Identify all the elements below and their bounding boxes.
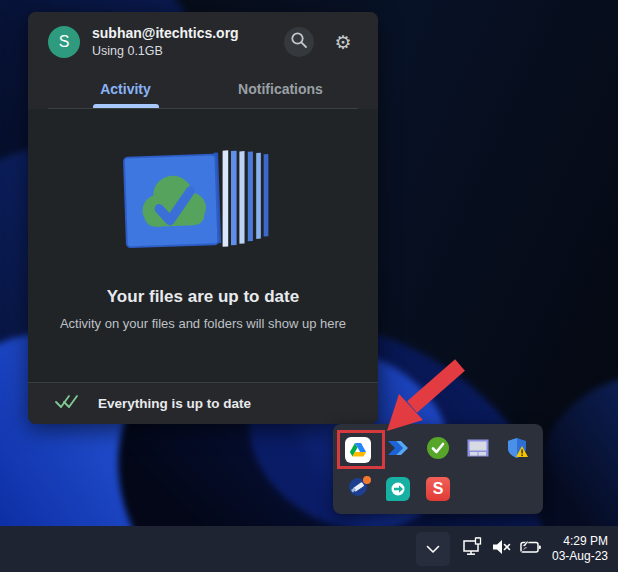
pen-tool-tray-icon[interactable]: [340, 472, 376, 506]
google-drive-popup: S subhan@itechtics.org Using 0.1GB ⚙: [28, 12, 378, 424]
account-row: S subhan@itechtics.org Using 0.1GB ⚙: [48, 25, 358, 59]
storage-usage: Using 0.1GB: [92, 44, 239, 60]
green-check-icon: [426, 436, 450, 464]
s-app-tray-icon[interactable]: S: [420, 472, 456, 506]
empty-state-title: Your files are up to date: [107, 287, 299, 307]
clock-date: 03-Aug-23: [552, 549, 608, 564]
clock-time: 4:29 PM: [552, 534, 608, 549]
tab-notifications[interactable]: Notifications: [203, 69, 358, 108]
files-synced-illustration: [105, 127, 301, 277]
double-check-icon: [54, 393, 80, 414]
search-icon: [290, 31, 308, 53]
security-shield-tray-icon[interactable]: [500, 433, 536, 467]
notification-badge-dot: [363, 476, 371, 484]
tray-overflow-popup: S: [333, 424, 543, 514]
power-automate-icon: [387, 439, 409, 461]
google-drive-tray-icon[interactable]: [340, 433, 376, 467]
battery-charging-icon: [518, 538, 542, 560]
power-automate-tray-icon[interactable]: [380, 433, 416, 467]
tab-activity-label: Activity: [100, 81, 151, 97]
search-button[interactable]: [284, 27, 314, 57]
drive-header: S subhan@itechtics.org Using 0.1GB ⚙: [28, 12, 378, 109]
drive-footer: Everything is up to date: [28, 382, 378, 424]
remote-support-icon: [386, 477, 410, 501]
shield-warning-icon: [506, 437, 530, 463]
account-text: subhan@itechtics.org Using 0.1GB: [92, 25, 239, 59]
tray-chevron-button[interactable]: [416, 532, 450, 566]
touchpad-icon: [466, 438, 490, 462]
antivirus-tray-icon[interactable]: [420, 433, 456, 467]
drive-tabs: Activity Notifications: [48, 69, 358, 109]
taskbar-clock[interactable]: 4:29 PM 03-Aug-23: [552, 534, 612, 564]
remote-support-tray-icon[interactable]: [380, 472, 416, 506]
avatar[interactable]: S: [48, 26, 80, 58]
active-tab-underline: [93, 104, 159, 108]
volume-muted-icon: [491, 538, 511, 560]
drive-activity-body: Your files are up to date Activity on yo…: [28, 109, 378, 382]
system-tray-icons[interactable]: [462, 537, 542, 561]
tab-activity[interactable]: Activity: [48, 69, 203, 108]
settings-button[interactable]: ⚙: [328, 27, 358, 57]
taskbar: 4:29 PM 03-Aug-23: [0, 526, 618, 572]
gear-icon: ⚙: [334, 33, 351, 52]
touchpad-tray-icon[interactable]: [460, 433, 496, 467]
ethernet-icon: [462, 537, 484, 561]
s-app-icon: S: [426, 477, 450, 501]
account-email: subhan@itechtics.org: [92, 25, 239, 43]
empty-state-subtitle: Activity on your files and folders will …: [60, 316, 346, 331]
google-drive-icon: [345, 437, 371, 463]
chevron-down-icon: [426, 540, 440, 558]
tab-notifications-label: Notifications: [238, 81, 323, 97]
sync-status-text: Everything is up to date: [98, 396, 251, 411]
